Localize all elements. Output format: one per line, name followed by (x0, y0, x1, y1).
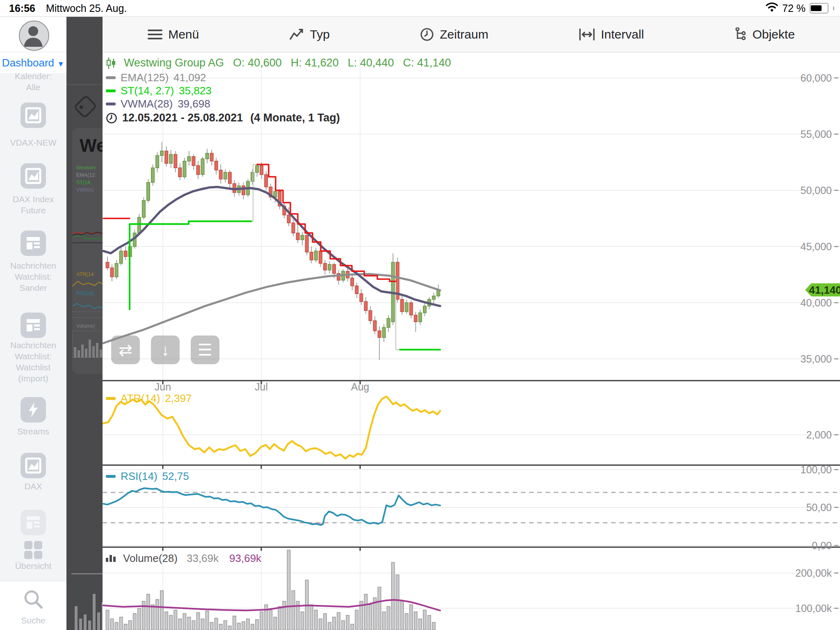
grid-icon[interactable] (21, 537, 46, 563)
candle-body (328, 265, 331, 270)
download-button[interactable]: ↓ (151, 336, 180, 364)
news-icon[interactable] (21, 313, 46, 338)
volume-bar (396, 575, 399, 630)
candle-body (124, 251, 127, 257)
volume-bar (315, 610, 318, 630)
volume-bar (278, 607, 281, 630)
price-axis-label: 45,000 (801, 241, 832, 252)
chevron-down-icon: ▼ (57, 60, 64, 68)
volume-bar (110, 619, 114, 630)
sidebar-item-suche[interactable]: Suche (0, 615, 66, 626)
card-preview-bottom (71, 573, 103, 630)
swap-arrows-icon: ⇄ (119, 340, 132, 359)
sidebar-item-nachrichten-watchlist--watchlist-(import)[interactable]: NachrichtenWatchlist:Watchlist(Import) (0, 340, 66, 384)
indicator-legend-ema[interactable]: EMA(125)41,092 (106, 71, 206, 84)
mini-legend-entry: VWMA( (76, 187, 94, 193)
volume-bar (151, 605, 155, 630)
rsi-axis-label: 50,00 (806, 502, 832, 513)
dashboard-label: Dashboard (2, 57, 54, 69)
volume-bar (328, 622, 331, 630)
last-price-value: 41,140 (809, 284, 840, 296)
volume-bar (160, 591, 164, 630)
layers-button[interactable]: ☰ (191, 336, 219, 364)
candle-body (178, 168, 182, 177)
date-range: 12.05.2021 - 25.08.2021 (122, 112, 243, 124)
price-axis-label: 40,000 (801, 297, 832, 308)
swap-button[interactable]: ⇄ (111, 336, 140, 364)
status-date: Mittwoch 25. Aug. (46, 2, 127, 14)
sidebar-item-vdax-new[interactable]: VDAX-NEW (0, 137, 66, 148)
volume-legend[interactable]: Volume(28) 33,69k 93,69k (106, 552, 261, 565)
symbol-legend[interactable]: Westwing Group AG O: 40,600 H: 41,620 L:… (106, 57, 451, 69)
volume-bar (138, 608, 141, 630)
volume-bar (115, 622, 118, 630)
volume-bar (382, 612, 386, 630)
indicator-legend-vwma[interactable]: VWMA(28)39,698 (106, 98, 210, 110)
candle-body (187, 157, 191, 161)
volume-bar (237, 623, 241, 630)
toolbar-item-label: Menü (168, 27, 199, 41)
volume-bar (283, 601, 286, 630)
toolbar-item-zeitraum[interactable]: Zeitraum (420, 27, 488, 41)
indicator-swatch (106, 89, 116, 92)
candle-body (242, 186, 245, 195)
volume-bar (260, 612, 263, 630)
divider (0, 52, 66, 52)
volume-axis-label: 200,00k (795, 567, 832, 579)
lightning-icon[interactable] (21, 397, 46, 422)
sidebar-item-streams[interactable]: Streams (0, 426, 66, 437)
volume-bar (274, 617, 277, 630)
sidebar-header: Dashboard ▼ (0, 16, 66, 73)
toolbar-item-objekte[interactable]: Objekte (734, 27, 794, 41)
news-icon[interactable] (21, 510, 46, 535)
volume-bar (364, 594, 368, 630)
status-bar: 16:56 Mittwoch 25. Aug. 72 % (0, 0, 840, 17)
toolbar-item-intervall[interactable]: Intervall (579, 27, 644, 41)
chart-icon[interactable] (21, 453, 46, 478)
candle-body (310, 252, 313, 260)
high-value: H: 41,620 (291, 57, 339, 69)
layers-icon: ☰ (198, 340, 212, 359)
volume-bar (219, 624, 223, 630)
candle-body (174, 154, 177, 168)
volume-bar (165, 612, 168, 630)
news-icon[interactable] (21, 231, 46, 256)
toolbar-item-label: Typ (310, 27, 330, 41)
candle-body (210, 153, 213, 161)
sidebar-item-übersicht[interactable]: Übersicht (0, 560, 66, 571)
mini-legend-entry: EMA(12 (76, 172, 95, 178)
atr-legend[interactable]: ATR(14) 2,397 (106, 392, 192, 405)
chart-icon[interactable] (21, 163, 46, 189)
indicator-label: ST(14, 2.7) (121, 84, 174, 97)
volume-bar (351, 624, 354, 630)
ema125-line (103, 274, 440, 343)
dashboard-selector[interactable]: Dashboard ▼ (0, 57, 66, 69)
avatar[interactable] (19, 21, 49, 51)
candle-body (183, 161, 186, 177)
date-range-legend[interactable]: 12.05.2021 - 25.08.2021 (4 Monate, 1 Tag… (106, 112, 340, 124)
month-label: Jun (155, 381, 171, 393)
sidebar-item-dax-index-future[interactable]: DAX IndexFuture (0, 194, 66, 216)
chart-icon[interactable] (21, 103, 46, 128)
sidebar-item-kalender--alle[interactable]: Kalender:Alle (0, 71, 66, 93)
sidebar-item-nachrichten-watchlist--sander[interactable]: NachrichtenWatchlist:Sander (0, 260, 66, 293)
battery-percent: 72 % (782, 2, 806, 14)
search-icon[interactable] (23, 589, 44, 612)
candle-body (219, 170, 223, 179)
volume-bar (178, 619, 182, 630)
thumbnail-strip[interactable]: Wes WestwinEMA(12ST(14,VWMA( ATR(14 RSI(… (66, 16, 103, 630)
indicator-legend-st[interactable]: ST(14, 2.7)35,823 (106, 84, 212, 97)
mini-legend-entry: Westwin (76, 165, 96, 171)
toolbar-item-label: Zeitraum (440, 27, 488, 41)
toolbar-item-menu[interactable]: Menü (148, 27, 199, 41)
sidebar-item-dax[interactable]: DAX (0, 481, 66, 492)
mini-rsi-label: RSI(14) (76, 290, 94, 296)
rsi-axis-label: 100,00 (801, 464, 832, 475)
wifi-icon (766, 2, 778, 14)
toolbar-item-typ[interactable]: Typ (290, 27, 330, 41)
mini-legend-entry: ST(14, (76, 180, 92, 185)
rsi-legend[interactable]: RSI(14) 52,75 (106, 470, 189, 483)
chart-toolbar: MenüTypZeitraumIntervallObjekte (103, 16, 840, 52)
atr-swatch (106, 397, 116, 400)
open-value: O: 40,600 (233, 57, 282, 69)
